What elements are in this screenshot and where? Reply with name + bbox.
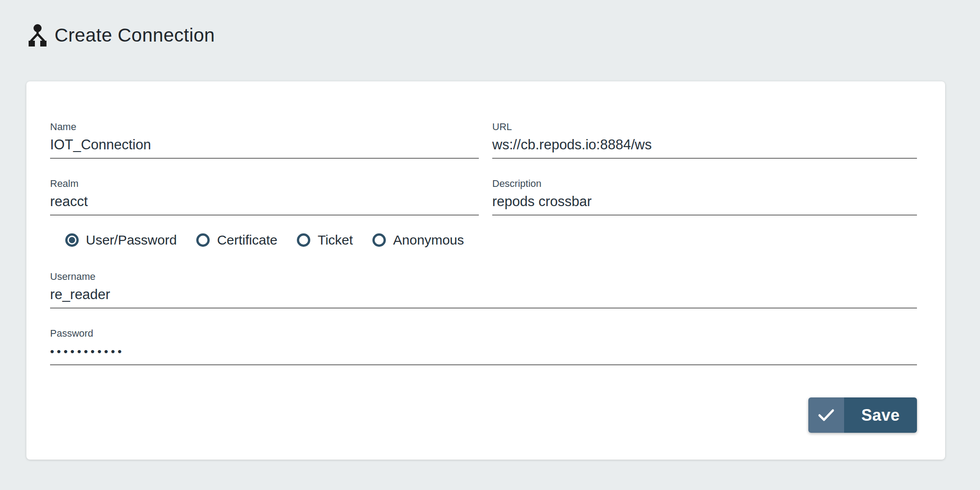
form-actions: Save	[50, 397, 917, 433]
url-input[interactable]: ws://cb.repods.io:8884/ws	[492, 137, 917, 152]
form-row-2: Realm reacct Description repods crossbar	[50, 179, 917, 215]
auth-option-anonymous[interactable]: Anonymous	[372, 232, 464, 248]
radio-unselected-icon	[297, 233, 310, 247]
save-button[interactable]: Save	[808, 397, 917, 433]
url-label: URL	[492, 122, 917, 132]
sitemap-icon	[29, 24, 46, 46]
radio-selected-icon	[65, 233, 79, 247]
url-field: URL ws://cb.repods.io:8884/ws	[492, 122, 917, 159]
realm-input[interactable]: reacct	[50, 194, 479, 209]
name-label: Name	[50, 122, 479, 132]
name-field: Name IOT_Connection	[50, 122, 479, 159]
description-input[interactable]: repods crossbar	[492, 194, 917, 209]
realm-label: Realm	[50, 179, 479, 189]
save-button-label: Save	[844, 397, 917, 433]
description-field: Description repods crossbar	[492, 179, 917, 215]
description-label: Description	[492, 179, 917, 189]
realm-field: Realm reacct	[50, 179, 479, 215]
check-icon	[808, 397, 844, 433]
auth-option-ticket[interactable]: Ticket	[297, 232, 353, 248]
username-input[interactable]: re_reader	[50, 287, 917, 302]
auth-option-user-password[interactable]: User/Password	[65, 232, 177, 248]
page-title: Create Connection	[55, 25, 215, 46]
form-row-1: Name IOT_Connection URL ws://cb.repods.i…	[50, 122, 917, 159]
page-header: Create Connection	[29, 24, 215, 46]
password-input[interactable]: •••••••••••	[50, 344, 917, 359]
auth-option-certificate[interactable]: Certificate	[196, 232, 277, 248]
name-input[interactable]: IOT_Connection	[50, 137, 479, 152]
username-field: Username re_reader	[50, 272, 917, 308]
password-label: Password	[50, 329, 917, 338]
radio-unselected-icon	[372, 233, 386, 247]
create-connection-form: Name IOT_Connection URL ws://cb.repods.i…	[26, 81, 945, 460]
auth-method-radio-group: User/Password Certificate Ticket Anonymo…	[50, 233, 917, 247]
password-field: Password •••••••••••	[50, 329, 917, 365]
username-label: Username	[50, 272, 917, 282]
radio-unselected-icon	[196, 233, 210, 247]
